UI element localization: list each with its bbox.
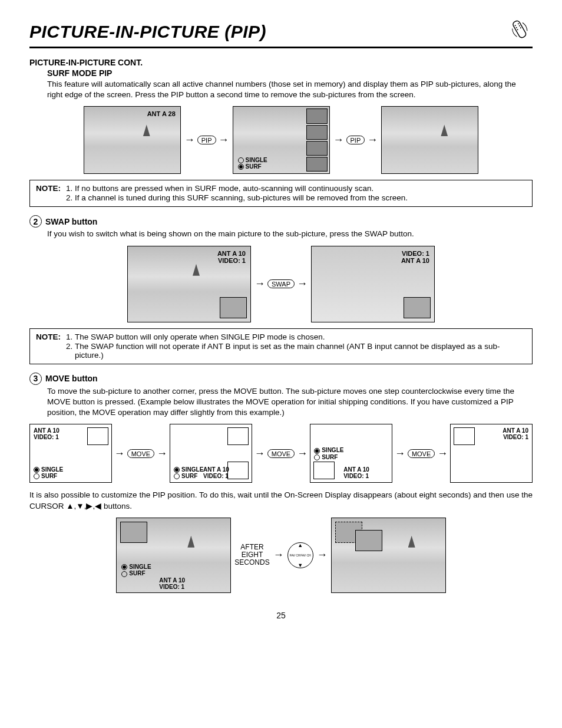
radio-surf-label: SURF: [246, 163, 262, 170]
screen-custom-2: [331, 518, 446, 593]
osd-line: VIDEO: 1: [203, 473, 229, 479]
arrow-icon: →: [317, 549, 328, 561]
osd-line: VIDEO: 1: [159, 584, 185, 590]
arrow-icon: →: [333, 134, 344, 146]
swap-body: If you wish to switch what is being show…: [47, 229, 533, 239]
radio-group: SINGLE SURF: [121, 564, 151, 577]
page-number: 25: [29, 611, 533, 620]
cursor-pad-icon[interactable]: ▲▼ FAV CH FAV CH: [287, 542, 313, 568]
fav-ch-label: FAV CH: [300, 554, 311, 557]
sub-picture: [227, 462, 249, 479]
osd-line: ANT A 10: [159, 577, 185, 584]
radio-single-label: SINGLE: [246, 157, 267, 163]
move-body: To move the sub-picture to another corne…: [47, 386, 533, 419]
note2-item-2: The SWAP function will not operate if AN…: [75, 342, 526, 360]
screen-surf-2: SINGLE SURF: [233, 106, 330, 174]
customize-body: It is also possible to customize the PIP…: [29, 490, 533, 511]
osd-line: ANT A 10: [34, 427, 59, 434]
screen-move-1: ANT A 10 VIDEO: 1 SINGLE SURF: [29, 424, 112, 483]
osd-swap-left: ANT A 10 VIDEO: 1: [217, 250, 246, 264]
arrow-icon: →: [219, 134, 229, 146]
pip-button[interactable]: PIP: [346, 136, 365, 144]
heading-cont: PICTURE-IN-PICTURE CONT.: [29, 58, 533, 67]
screen-swap-1: ANT A 10 VIDEO: 1: [127, 246, 251, 322]
after-label: AFTER EIGHT SECONDS: [234, 543, 269, 567]
arrow-icon: →: [367, 134, 378, 146]
radio-single-label: SINGLE: [41, 466, 63, 473]
pip-strip: [306, 108, 328, 172]
osd-line: ANT A 10: [203, 466, 229, 473]
sub-picture: [87, 427, 108, 445]
osd-line: VIDEO: 1: [343, 473, 369, 479]
screen-move-3: SINGLE SURF ANT A 10 VIDEO: 1: [310, 424, 392, 483]
sub-picture: [355, 530, 382, 551]
swap-button[interactable]: SWAP: [267, 279, 295, 288]
arrow-icon: →: [254, 278, 265, 290]
arrow-icon: →: [114, 447, 125, 460]
radio-single-label: SINGLE: [322, 447, 343, 453]
pip-button[interactable]: PIP: [197, 136, 216, 144]
radio-surf-label: SURF: [41, 473, 57, 479]
swap-diagram: ANT A 10 VIDEO: 1 → SWAP → VIDEO: 1 ANT …: [29, 246, 533, 322]
after-line: SECONDS: [234, 559, 269, 566]
screen-move-4: ANT A 10 VIDEO: 1: [450, 424, 533, 483]
osd-line: VIDEO: 1: [401, 250, 429, 257]
note-tag: NOTE:: [36, 184, 61, 203]
fav-ch-label: FAV CH: [290, 554, 300, 557]
note-tag: NOTE:: [36, 332, 61, 360]
arrow-icon: →: [184, 134, 195, 146]
osd-move-3: ANT A 10 VIDEO: 1: [343, 466, 369, 479]
osd-line: VIDEO: 1: [217, 257, 246, 264]
osd-line: VIDEO: 1: [503, 434, 528, 440]
screen-custom-1: SINGLE SURF ANT A 10 VIDEO: 1: [116, 518, 231, 593]
sub-picture: [509, 463, 529, 479]
move-diagram: ANT A 10 VIDEO: 1 SINGLE SURF → MOVE → S…: [29, 424, 533, 483]
step-2-icon: 2: [29, 215, 42, 228]
osd-move-2: ANT A 10 VIDEO: 1: [203, 466, 229, 479]
sub-picture: [313, 462, 335, 479]
screen-swap-2: VIDEO: 1 ANT A 10: [311, 246, 435, 322]
sub-picture: [454, 427, 475, 445]
arrow-icon: →: [395, 447, 405, 460]
osd-line: ANT A 10: [401, 257, 429, 264]
osd-move-1: ANT A 10 VIDEO: 1: [34, 427, 59, 440]
arrow-icon: →: [297, 447, 308, 460]
osd-ant-a-28: ANT A 28: [147, 110, 176, 117]
osd-line: ANT A 10: [217, 250, 246, 257]
svg-rect-0: [512, 20, 527, 39]
note2-item-1: The SWAP button will only operate when S…: [75, 332, 526, 341]
radio-group: SINGLE SURF: [34, 466, 63, 480]
radio-group: SINGLE SURF: [174, 466, 203, 480]
sub-picture: [227, 427, 249, 445]
osd-line: ANT A 10: [503, 427, 528, 434]
osd-line: ANT A 10: [343, 466, 369, 473]
radio-surf-label: SURF: [322, 454, 338, 460]
screen-surf-1: ANT A 28: [84, 106, 181, 174]
osd-custom: ANT A 10 VIDEO: 1: [159, 577, 185, 590]
arrow-icon: →: [157, 447, 167, 460]
note1-item-1: If no buttons are pressed when in SURF m…: [75, 184, 408, 193]
screen-surf-3: [381, 106, 478, 174]
heading-swap: SWAP button: [45, 217, 97, 226]
sub-picture: [220, 297, 247, 318]
arrow-icon: →: [273, 549, 284, 561]
page-title: PICTURE-IN-PICTURE (PIP): [29, 22, 266, 42]
sub-picture: [120, 522, 147, 543]
step-3-icon: 3: [29, 373, 42, 385]
osd-line: VIDEO: 1: [34, 434, 59, 440]
move-button[interactable]: MOVE: [127, 449, 154, 458]
radio-single-label: SINGLE: [129, 564, 151, 570]
surf-body: This feature will automatically scan all…: [47, 79, 533, 100]
customize-diagram: SINGLE SURF ANT A 10 VIDEO: 1 AFTER EIGH…: [29, 518, 533, 593]
remote-icon: [504, 14, 538, 50]
osd-move-4: ANT A 10 VIDEO: 1: [503, 427, 528, 440]
osd-swap-right: VIDEO: 1 ANT A 10: [401, 250, 429, 264]
heading-surf: SURF MODE PIP: [47, 68, 533, 78]
move-button[interactable]: MOVE: [408, 449, 435, 458]
heading-move: MOVE button: [45, 374, 98, 383]
sub-picture: [404, 297, 431, 318]
radio-surf-label: SURF: [181, 473, 197, 479]
move-button[interactable]: MOVE: [267, 449, 295, 458]
surf-diagram: ANT A 28 → PIP → SINGLE SURF → PIP →: [29, 106, 533, 174]
arrow-icon: →: [437, 447, 448, 460]
